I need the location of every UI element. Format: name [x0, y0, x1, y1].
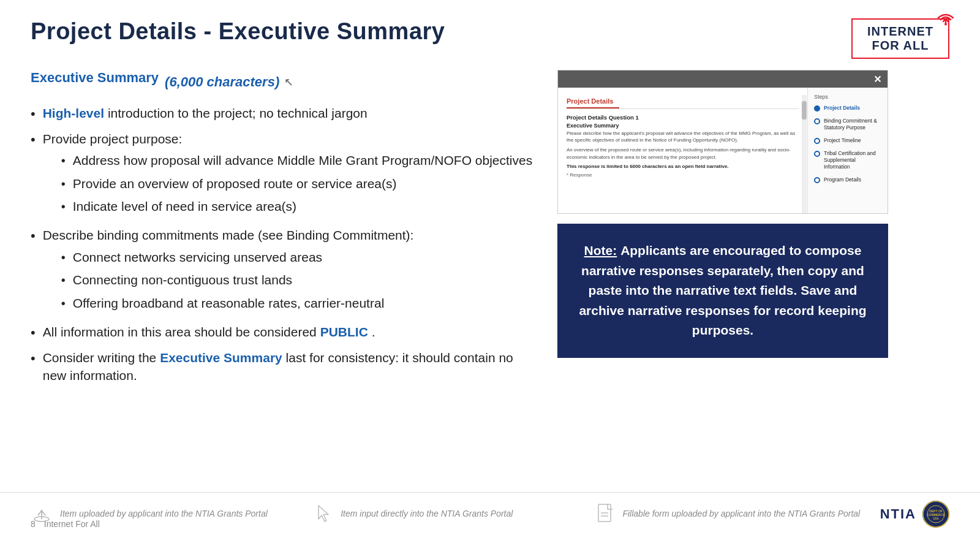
sidebar-steps-label: Steps — [814, 94, 881, 100]
dept-seal: DEPT OF COMMERCE USA — [922, 501, 949, 528]
bullet-item-1: High-level introduction to the project; … — [31, 104, 533, 124]
wifi-icon — [937, 12, 954, 26]
screenshot-bold-note: This response is limited to 6000 charact… — [567, 164, 799, 169]
public-label: PUBLIC — [320, 325, 368, 339]
exec-summary-link[interactable]: Executive Summary — [160, 351, 282, 365]
page-container: Project Details - Executive Summary INTE… — [0, 0, 980, 535]
header-row: Project Details - Executive Summary INTE… — [31, 18, 949, 59]
svg-text:USA: USA — [933, 517, 939, 520]
footer-text-3: Fillable form uploaded by applicant into… — [622, 508, 860, 520]
bullet-item-2: Provide project purpose: Address how pro… — [31, 130, 533, 221]
note-label: Note: — [584, 243, 617, 257]
section-heading: Executive Summary — [31, 70, 159, 86]
close-button[interactable]: ✕ — [873, 74, 881, 85]
bullet3-text: Describe binding commitments made (see B… — [43, 228, 414, 242]
screenshot-desc2: An overview of the proposed route or ser… — [567, 146, 799, 160]
note-box: Note: Applicants are encouraged to compo… — [557, 224, 888, 358]
footer-bottom-row: 8 Internet For All — [31, 519, 100, 529]
step-dot-2 — [814, 118, 820, 124]
cursor-icon: ↖ — [284, 75, 293, 89]
sidebar-step-3: Project Timeline — [814, 137, 881, 144]
main-content: Executive Summary (6,000 characters) ↖ H… — [31, 70, 949, 391]
footer-text-1: Item uploaded by applicant into the NTIA… — [60, 508, 268, 520]
screenshot-desc1: Please describe how the applicant's prop… — [567, 130, 799, 143]
screenshot-main-area: Project Details Project Details Question… — [558, 88, 808, 213]
step-label-5: Program Details — [824, 176, 861, 183]
page-title: Project Details - Executive Summary — [31, 18, 445, 45]
sidebar-step-1: Project Details — [814, 105, 881, 112]
sub-item-2-1: Address how proposal will advance Middle… — [61, 151, 533, 169]
bullet-item-3: Describe binding commitments made (see B… — [31, 226, 533, 317]
screenshot-content: Project Details Project Details Question… — [558, 88, 888, 213]
step-dot-5 — [814, 177, 820, 183]
screenshot-response-label: * Response — [567, 172, 799, 178]
footer-item-2: Item input directly into the NTIA Grants… — [314, 503, 597, 525]
step-label-2: Binding Commitment & Statutory Purpose — [824, 118, 881, 131]
sub-list-2: Address how proposal will advance Middle… — [61, 151, 533, 215]
step-dot-4 — [814, 151, 820, 157]
screenshot-tabs: Project Details — [567, 95, 799, 109]
sidebar-step-5: Program Details — [814, 176, 881, 183]
right-column: ✕ Project Details Project Details Questi… — [557, 70, 888, 358]
sub-item-3-2: Connecting non-contiguous trust lands — [61, 271, 414, 289]
sidebar-step-2: Binding Commitment & Statutory Purpose — [814, 118, 881, 131]
note-body: Applicants are encouraged to compose nar… — [579, 243, 866, 337]
sub-item-3-3: Offering broadband at reasonable rates, … — [61, 294, 414, 312]
screenshot-q-sublabel: Executive Summary — [567, 123, 799, 129]
bullet-item-5: Consider writing the Executive Summary l… — [31, 349, 533, 385]
bullet2-text: Provide project purpose: — [43, 132, 183, 146]
screenshot-tab-project-details[interactable]: Project Details — [567, 95, 619, 108]
bullet-item-4: All information in this area should be c… — [31, 323, 533, 343]
screenshot-q-label: Project Details Question 1 — [567, 114, 799, 121]
screenshot-titlebar: ✕ — [558, 70, 888, 88]
bullet-list: High-level introduction to the project; … — [31, 104, 533, 385]
step-dot-3 — [814, 138, 820, 144]
left-column: Executive Summary (6,000 characters) ↖ H… — [31, 70, 533, 391]
svg-text:COMMERCE: COMMERCE — [927, 513, 945, 517]
bullet5-pre: Consider writing the — [43, 351, 160, 365]
screenshot-box: ✕ Project Details Project Details Questi… — [557, 70, 888, 214]
footer-logos: NTIA DEPT OF COMMERCE USA — [880, 501, 949, 528]
page-number: 8 — [31, 519, 36, 529]
svg-point-0 — [944, 23, 947, 26]
footer: Item uploaded by applicant into the NTIA… — [0, 492, 980, 535]
step-label-3: Project Timeline — [824, 137, 861, 144]
heading-row: Executive Summary (6,000 characters) ↖ — [31, 70, 533, 94]
step-label-4: Tribal Certification and Supplemental In… — [824, 150, 881, 170]
step-label-1: Project Details — [824, 105, 860, 112]
bullet1-text: introduction to the project; no technica… — [108, 106, 368, 120]
sub-item-2-3: Indicate level of need in service area(s… — [61, 197, 533, 215]
screenshot-scrollbar-thumb — [802, 101, 807, 120]
footer-item-3: Fillable form uploaded by applicant into… — [597, 503, 880, 525]
sidebar-step-4: Tribal Certification and Supplemental In… — [814, 150, 881, 170]
step-dot-1 — [814, 105, 820, 112]
sub-list-3: Connect networks servicing unserved area… — [61, 248, 414, 312]
section-heading-chars: (6,000 characters) — [165, 74, 279, 90]
sub-item-3-1: Connect networks servicing unserved area… — [61, 248, 414, 266]
ntia-logo-text: NTIA — [880, 506, 916, 522]
internet-for-all-logo: INTERNETFOR ALL — [851, 18, 949, 59]
bullet1-bold: High-level — [43, 106, 104, 120]
cursor-icon-footer — [314, 503, 333, 525]
bullet4-period: . — [372, 325, 375, 339]
screenshot-sidebar: Steps Project Details Binding Commitment… — [808, 88, 888, 213]
footer-text-2: Item input directly into the NTIA Grants… — [341, 508, 513, 520]
footer-brand: Internet For All — [44, 519, 100, 529]
bullet4-text: All information in this area should be c… — [43, 325, 320, 339]
document-icon — [597, 503, 615, 525]
logo-line1: INTERNETFOR ALL — [867, 25, 933, 53]
screenshot-scrollbar — [802, 95, 807, 213]
sub-item-2-2: Provide an overview of proposed route or… — [61, 175, 533, 192]
